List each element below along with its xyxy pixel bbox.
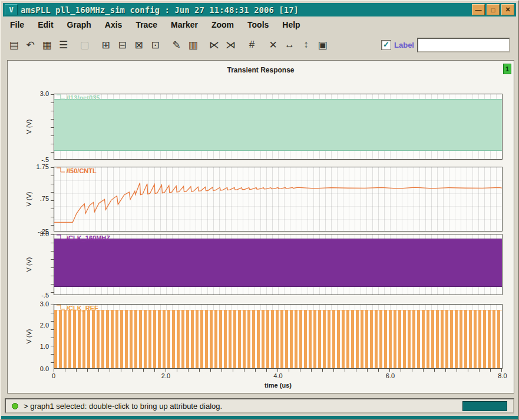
trace-step-icon <box>56 234 65 240</box>
label-checkbox-text: Label <box>394 41 414 49</box>
ytick: .75 <box>40 195 49 202</box>
trace-step-icon <box>56 167 65 173</box>
label-checkbox[interactable]: ✓ <box>381 40 391 50</box>
xtick: 2.0 <box>161 372 170 379</box>
trace-step-icon <box>56 94 65 100</box>
unavailable-icon: ▢ <box>77 38 92 52</box>
menu-help[interactable]: Help <box>282 20 300 29</box>
menu-bar: FileEditGraphAxisTraceMarkerZoomToolsHel… <box>3 18 516 32</box>
ytick: 1.0 <box>40 343 49 350</box>
menu-graph[interactable]: Graph <box>67 20 91 29</box>
plot-net035[interactable]: /I13/net035 <box>54 94 503 160</box>
toolbar: ▤↶▦☰▢⊞⊟⊠⊡✎▥⋉⋊#✕↔↕▣ ✓ Label <box>3 34 516 55</box>
zoom-fit-icon[interactable]: ✕ <box>266 38 280 52</box>
ytick: 3.0 <box>40 90 49 97</box>
grid-icon[interactable]: ▦ <box>39 38 54 52</box>
window-controls: — □ ✕ <box>472 4 514 15</box>
vertical-marker-icon[interactable]: ⋉ <box>207 38 222 52</box>
plot-cntl[interactable]: /I50/CNTL <box>54 167 503 232</box>
graph-panel[interactable]: Transient Response 1 V (V) 3.0 -.5 /I13/… <box>7 60 514 393</box>
signal-label-clk160[interactable]: /CLK_160MHZ <box>56 234 110 242</box>
subwindow-badge[interactable]: 1 <box>503 64 511 74</box>
yaxis-clkref: V (V) 3.0 2.0 1.0 0.0 <box>8 304 54 369</box>
ytick: -.5 <box>41 156 49 163</box>
ytick: -.5 <box>41 292 49 299</box>
zoom-x-icon[interactable]: ↔ <box>282 38 297 52</box>
status-message: > graph1 selected: double-click to bring… <box>24 402 457 411</box>
yaxis-label: V (V) <box>25 119 32 134</box>
yaxis-label: V (V) <box>25 257 32 272</box>
waveform-cntl[interactable] <box>54 167 502 231</box>
add-subwindow-icon[interactable]: ⊞ <box>98 38 113 52</box>
xtick: 8.0 <box>498 372 507 379</box>
application-window: V amsPLL pll_160MHz_sim config : Jun 27 … <box>0 0 519 420</box>
xaxis-tickmarks <box>54 369 503 372</box>
ytick: 1.75 <box>37 163 49 170</box>
signal-label-clkref[interactable]: /CLK_REF <box>56 305 98 312</box>
label-controls: ✓ Label <box>381 38 510 52</box>
copy-window-icon[interactable]: ⊟ <box>115 38 130 52</box>
signal-label-net035[interactable]: /I13/net035 <box>56 94 100 101</box>
strip-mode-icon[interactable]: ▥ <box>186 38 200 52</box>
display-list-icon[interactable]: ☰ <box>56 38 71 52</box>
waveform-clk160[interactable] <box>54 239 502 287</box>
waveform-net035[interactable] <box>54 99 502 151</box>
plot-clkref[interactable]: /CLK_REF <box>54 304 503 369</box>
xtick: 4.0 <box>273 372 282 379</box>
title-bar[interactable]: V amsPLL pll_160MHz_sim config : Jun 27 … <box>3 3 516 16</box>
ytick: 3.0 <box>40 230 49 237</box>
print-icon[interactable]: ▤ <box>6 38 21 52</box>
data-table-icon[interactable]: # <box>244 38 259 52</box>
fit-all-icon[interactable]: ▣ <box>315 38 330 52</box>
menu-edit[interactable]: Edit <box>38 20 53 29</box>
graph-title: Transient Response <box>8 66 514 74</box>
xaxis-ticks: 0 2.0 4.0 6.0 8.0 <box>54 372 503 381</box>
ytick: 3.0 <box>40 300 49 307</box>
yaxis-clk160: V (V) 3.0 -.5 <box>8 234 54 295</box>
label-input[interactable] <box>417 38 510 52</box>
menu-zoom[interactable]: Zoom <box>211 20 234 29</box>
xtick: 6.0 <box>386 372 395 379</box>
yaxis-label: V (V) <box>25 329 32 343</box>
undo-icon[interactable]: ↶ <box>23 38 38 52</box>
window-menu-button[interactable]: V <box>5 4 18 15</box>
window-title: amsPLL pll_160MHz_sim config : Jun 27 11… <box>21 5 469 15</box>
close-button[interactable]: ✕ <box>501 4 514 15</box>
waveform-clkref[interactable] <box>54 310 502 369</box>
signal-label-cntl[interactable]: /I50/CNTL <box>56 167 97 174</box>
status-indicator-box <box>462 401 507 411</box>
minimize-button[interactable]: — <box>472 4 485 15</box>
menu-trace[interactable]: Trace <box>135 20 157 29</box>
annotate-icon[interactable]: ✎ <box>169 38 184 52</box>
yaxis-cntl: V (V) 1.75 .75 -.25 <box>8 167 54 232</box>
swap-display-icon[interactable]: ⊡ <box>148 38 163 52</box>
ytick: 0.0 <box>40 365 49 372</box>
maximize-button[interactable]: □ <box>487 4 500 15</box>
plot-clk160[interactable]: /CLK_160MHZ <box>54 234 503 295</box>
ytick: 2.0 <box>40 322 49 329</box>
horizontal-marker-icon[interactable]: ⋊ <box>223 38 238 52</box>
trace-step-icon <box>56 305 65 310</box>
menu-axis[interactable]: Axis <box>105 20 123 29</box>
menu-marker[interactable]: Marker <box>171 20 198 29</box>
status-bar: > graph1 selected: double-click to bring… <box>5 398 514 414</box>
menu-tools[interactable]: Tools <box>247 20 269 29</box>
split-display-icon[interactable]: ⊠ <box>131 38 146 52</box>
xtick: 0 <box>52 372 55 379</box>
toolbar-icons: ▤↶▦☰▢⊞⊟⊠⊡✎▥⋉⋊#✕↔↕▣ <box>6 38 330 52</box>
yaxis-label: V (V) <box>25 191 32 206</box>
yaxis-net035: V (V) 3.0 -.5 <box>8 94 54 160</box>
status-led-icon <box>12 403 18 409</box>
zoom-y-icon[interactable]: ↕ <box>299 38 313 52</box>
xaxis-title: time (us) <box>54 382 503 389</box>
menu-file[interactable]: File <box>10 20 24 29</box>
